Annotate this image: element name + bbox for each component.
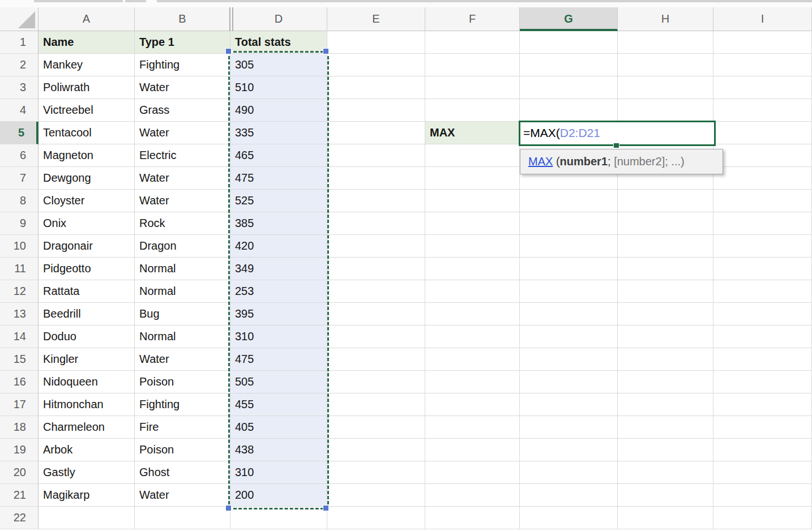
cell-A18[interactable]: Charmeleon bbox=[39, 416, 135, 439]
cell-I9[interactable] bbox=[713, 212, 812, 235]
cell-G2[interactable] bbox=[520, 54, 618, 76]
cell-F20[interactable] bbox=[425, 461, 520, 484]
cell-I11[interactable] bbox=[713, 258, 812, 280]
cell-E7[interactable] bbox=[327, 167, 425, 190]
cell-F10[interactable] bbox=[425, 235, 520, 258]
cell-F1[interactable] bbox=[425, 31, 520, 54]
cell-I19[interactable] bbox=[713, 439, 812, 461]
cell-B8[interactable]: Water bbox=[135, 190, 230, 212]
cell-A19[interactable]: Arbok bbox=[39, 439, 135, 461]
cell-E18[interactable] bbox=[327, 416, 425, 439]
cell-F22[interactable] bbox=[425, 507, 520, 529]
cell-I13[interactable] bbox=[713, 303, 812, 326]
cell-B2[interactable]: Fighting bbox=[135, 54, 230, 76]
cell-H3[interactable] bbox=[618, 76, 713, 99]
cell-G4[interactable] bbox=[520, 99, 618, 122]
row-header-1[interactable]: 1 bbox=[0, 31, 39, 54]
cell-E19[interactable] bbox=[327, 439, 425, 461]
cell-F18[interactable] bbox=[425, 416, 520, 439]
cell-F13[interactable] bbox=[425, 303, 520, 326]
cell-A1[interactable]: Name bbox=[39, 31, 135, 54]
cell-I16[interactable] bbox=[713, 371, 812, 393]
column-header-B[interactable]: B bbox=[135, 7, 230, 31]
row-header-7[interactable]: 7 bbox=[0, 167, 39, 190]
cell-E12[interactable] bbox=[327, 280, 425, 303]
tooltip-function-link[interactable]: MAX bbox=[528, 155, 553, 168]
cell-E6[interactable] bbox=[327, 144, 425, 167]
cell-I21[interactable] bbox=[713, 484, 812, 507]
cell-G16[interactable] bbox=[520, 371, 618, 393]
cell-B9[interactable]: Rock bbox=[135, 212, 230, 235]
row-header-6[interactable]: 6 bbox=[0, 144, 39, 167]
fill-handle[interactable] bbox=[613, 143, 619, 148]
row-header-20[interactable]: 20 bbox=[0, 461, 39, 484]
cell-F15[interactable] bbox=[425, 348, 520, 371]
cell-B20[interactable]: Ghost bbox=[135, 461, 230, 484]
cell-G18[interactable] bbox=[520, 416, 618, 439]
cell-H17[interactable] bbox=[618, 393, 713, 416]
cell-F21[interactable] bbox=[425, 484, 520, 507]
cell-F14[interactable] bbox=[425, 326, 520, 348]
column-header-A[interactable]: A bbox=[39, 7, 135, 31]
cell-I15[interactable] bbox=[713, 348, 812, 371]
cell-F2[interactable] bbox=[425, 54, 520, 76]
cell-F9[interactable] bbox=[425, 212, 520, 235]
cell-B13[interactable]: Bug bbox=[135, 303, 230, 326]
cell-H2[interactable] bbox=[618, 54, 713, 76]
row-header-22[interactable]: 22 bbox=[0, 507, 39, 529]
cell-E10[interactable] bbox=[327, 235, 425, 258]
cell-B18[interactable]: Fire bbox=[135, 416, 230, 439]
cell-A7[interactable]: Dewgong bbox=[39, 167, 135, 190]
column-header-D[interactable]: D bbox=[230, 7, 327, 31]
cell-G12[interactable] bbox=[520, 280, 618, 303]
row-header-5[interactable]: 5 bbox=[0, 122, 39, 144]
cell-B15[interactable]: Water bbox=[135, 348, 230, 371]
cell-E8[interactable] bbox=[327, 190, 425, 212]
row-header-14[interactable]: 14 bbox=[0, 326, 39, 348]
selection-marching-ants[interactable] bbox=[228, 51, 329, 509]
cell-A3[interactable]: Poliwrath bbox=[39, 76, 135, 99]
column-header-E[interactable]: E bbox=[327, 7, 425, 31]
row-header-19[interactable]: 19 bbox=[0, 439, 39, 461]
cell-H8[interactable] bbox=[618, 190, 713, 212]
cell-E15[interactable] bbox=[327, 348, 425, 371]
row-header-11[interactable]: 11 bbox=[0, 258, 39, 280]
row-header-13[interactable]: 13 bbox=[0, 303, 39, 326]
cell-I18[interactable] bbox=[713, 416, 812, 439]
cell-G21[interactable] bbox=[520, 484, 618, 507]
row-header-17[interactable]: 17 bbox=[0, 393, 39, 416]
cell-H18[interactable] bbox=[618, 416, 713, 439]
cell-H12[interactable] bbox=[618, 280, 713, 303]
cell-G20[interactable] bbox=[520, 461, 618, 484]
cell-F8[interactable] bbox=[425, 190, 520, 212]
cell-H21[interactable] bbox=[618, 484, 713, 507]
cell-E13[interactable] bbox=[327, 303, 425, 326]
cell-A4[interactable]: Victreebel bbox=[39, 99, 135, 122]
cell-B1[interactable]: Type 1 bbox=[135, 31, 230, 54]
row-header-21[interactable]: 21 bbox=[0, 484, 39, 507]
row-header-16[interactable]: 16 bbox=[0, 371, 39, 393]
selection-handle-bottom-right[interactable] bbox=[323, 505, 329, 511]
cell-H16[interactable] bbox=[618, 371, 713, 393]
cell-G17[interactable] bbox=[520, 393, 618, 416]
cell-E11[interactable] bbox=[327, 258, 425, 280]
cell-I17[interactable] bbox=[713, 393, 812, 416]
row-header-18[interactable]: 18 bbox=[0, 416, 39, 439]
cell-E4[interactable] bbox=[327, 99, 425, 122]
cell-I6[interactable] bbox=[713, 144, 812, 167]
cell-I12[interactable] bbox=[713, 280, 812, 303]
cell-E16[interactable] bbox=[327, 371, 425, 393]
cell-F11[interactable] bbox=[425, 258, 520, 280]
cell-H22[interactable] bbox=[618, 507, 713, 529]
row-header-2[interactable]: 2 bbox=[0, 54, 39, 76]
column-header-I[interactable]: I bbox=[713, 7, 812, 31]
cell-G9[interactable] bbox=[520, 212, 618, 235]
cell-B21[interactable]: Water bbox=[135, 484, 230, 507]
cell-I22[interactable] bbox=[713, 507, 812, 529]
cell-G8[interactable] bbox=[520, 190, 618, 212]
cell-I7[interactable] bbox=[713, 167, 812, 190]
cell-A13[interactable]: Beedrill bbox=[39, 303, 135, 326]
cell-F3[interactable] bbox=[425, 76, 520, 99]
cell-G1[interactable] bbox=[520, 31, 618, 54]
cell-B14[interactable]: Normal bbox=[135, 326, 230, 348]
